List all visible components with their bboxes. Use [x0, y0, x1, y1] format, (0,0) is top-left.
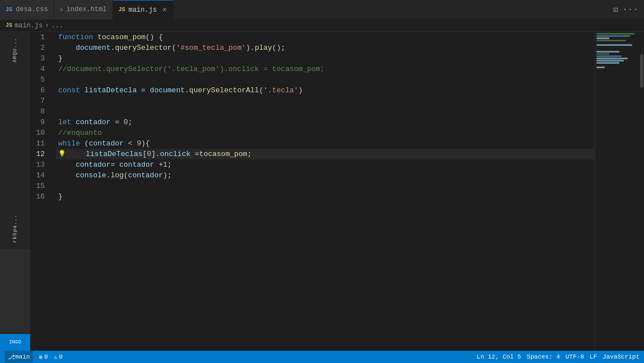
code-line-16[interactable]: }: [56, 191, 595, 202]
sidebar-explorer-label: ARQU...: [12, 37, 18, 63]
code-editor[interactable]: function tocasom_pom() { document.queryS…: [56, 32, 595, 351]
code-line-1[interactable]: function tocasom_pom() {: [56, 32, 595, 43]
minimap-line-10: [596, 53, 609, 55]
token: +: [154, 159, 163, 170]
css-file-icon: JS: [6, 7, 12, 13]
token: listaDeTeclas: [86, 149, 142, 159]
token: =: [137, 85, 149, 96]
token: [68, 149, 86, 159]
warning-count[interactable]: ⚠ 0: [54, 353, 63, 361]
minimap-line-12: [596, 58, 628, 59]
token: (: [124, 170, 128, 181]
tab-desa-css[interactable]: JS desa.css: [0, 0, 54, 20]
editor-scrollbar[interactable]: [640, 32, 644, 351]
line-number-4: 4: [31, 64, 49, 74]
token: ).: [246, 43, 255, 53]
token: ){: [141, 138, 154, 149]
language-mode[interactable]: JavaScript: [603, 353, 640, 360]
js-file-icon: JS: [119, 7, 125, 13]
token: [: [143, 149, 147, 159]
token: );: [163, 170, 172, 181]
line-number-12: 12: [31, 149, 49, 159]
token: [58, 43, 76, 53]
sidebar-item-explorer[interactable]: ARQU...: [0, 35, 30, 65]
breadcrumb-separator: ›: [45, 22, 49, 30]
code-line-13[interactable]: contador= contador +1;: [56, 159, 595, 170]
tab-main-js[interactable]: JS main.js ×: [113, 0, 173, 20]
line-number-15: 15: [31, 181, 49, 191]
tab-main-js-label: main.js: [129, 6, 157, 14]
indent-setting[interactable]: Spaces: 4: [527, 353, 560, 360]
code-line-12[interactable]: 💡 listaDeTeclas[0].onclick =tocasom_pom;: [56, 149, 595, 159]
token: tocasom_pom: [199, 149, 247, 159]
sidebar-item-workspace[interactable]: rkSpa...: [0, 211, 30, 246]
line-number-14: 14: [31, 170, 49, 181]
token: [71, 117, 76, 128]
cursor-position-text: Ln 12, Col 5: [477, 353, 521, 360]
token: querySelectorAll: [189, 85, 259, 96]
code-line-11[interactable]: while (contador < 9){: [56, 138, 595, 149]
token: function: [58, 32, 93, 43]
code-line-14[interactable]: console.log(contador);: [56, 170, 595, 181]
language-label: JavaScript: [603, 353, 640, 360]
line-number-1: 1: [31, 32, 49, 43]
tab-desa-css-label: desa.css: [16, 6, 48, 13]
code-line-15[interactable]: [56, 181, 595, 191]
token: 9: [137, 138, 141, 149]
token: ): [298, 85, 303, 96]
sidebar-panel: [0, 249, 30, 333]
code-line-9[interactable]: let contador = 0;: [56, 117, 595, 128]
cursor-position[interactable]: Ln 12, Col 5: [477, 353, 521, 360]
minimap-line-11: [596, 55, 622, 57]
tab-close-button[interactable]: ×: [162, 6, 167, 15]
split-editor-icon[interactable]: ⊡: [613, 5, 618, 15]
git-branch[interactable]: ⎇ main: [4, 351, 33, 363]
token: onclick: [160, 149, 191, 159]
tab-list: JS desa.css ◇ index.html JS main.js ×: [0, 0, 608, 20]
code-line-6[interactable]: const listaDetecla = document.querySelec…: [56, 85, 595, 96]
lightbulb-icon[interactable]: 💡: [58, 149, 66, 159]
code-line-7[interactable]: [56, 96, 595, 106]
code-line-2[interactable]: document.querySelector('#som_tecla_pom')…: [56, 43, 595, 53]
scrollbar-thumb[interactable]: [640, 54, 643, 88]
line-number-10: 10: [31, 128, 49, 138]
token: contador: [76, 117, 110, 128]
token: (: [259, 85, 264, 96]
minimap-content: [595, 32, 640, 70]
token: const: [58, 85, 80, 96]
token: ;: [167, 159, 172, 170]
code-line-4[interactable]: //document.querySelector('.tecla_pom').o…: [56, 64, 595, 74]
minimap-line-13: [596, 60, 624, 62]
minimap-line-3: [596, 37, 609, 39]
token: document: [150, 85, 185, 96]
minimap-line-1: [596, 33, 634, 35]
status-bar: ⎇ main ⊗ 0 ⚠ 0 Ln 12, Col 5 Spaces: 4 UT…: [0, 351, 644, 363]
line-number-16: 16: [31, 191, 49, 202]
token: while: [58, 138, 80, 149]
token: document: [76, 43, 110, 53]
encoding[interactable]: UTF-8: [566, 353, 584, 360]
token: (: [80, 138, 89, 149]
line-ending[interactable]: LF: [590, 353, 597, 360]
sidebar-bottom-item[interactable]: INGO: [0, 334, 30, 351]
token: =: [111, 117, 124, 128]
code-line-3[interactable]: }: [56, 53, 595, 64]
encoding-label: UTF-8: [566, 353, 584, 360]
code-line-5[interactable]: [56, 74, 595, 85]
minimap-line-7: [596, 46, 601, 48]
line-number-8: 8: [31, 106, 49, 117]
token: //document.querySelector('.tecla_pom').o…: [58, 64, 325, 74]
code-line-8[interactable]: [56, 106, 595, 117]
tab-index-html[interactable]: ◇ index.html: [54, 0, 113, 20]
warning-icon: ⚠: [54, 353, 58, 361]
editor-area: 12345678910111213141516 function tocasom…: [31, 32, 644, 351]
more-actions-icon[interactable]: ···: [622, 4, 638, 15]
html-file-icon: ◇: [60, 6, 63, 13]
token: contador: [76, 159, 110, 170]
error-count[interactable]: ⊗ 0: [39, 353, 48, 361]
minimap-line-4: [596, 40, 626, 41]
code-line-10[interactable]: //enquanto: [56, 128, 595, 138]
token: [58, 159, 76, 170]
token: [93, 32, 97, 43]
sidebar-ingo-label: INGO: [9, 340, 21, 345]
